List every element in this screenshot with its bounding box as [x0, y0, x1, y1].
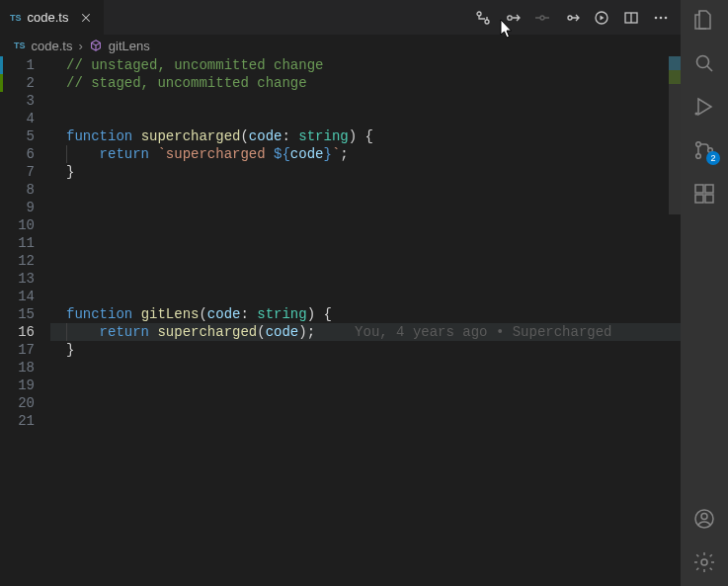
code-line[interactable]: // staged, uncommitted change [50, 74, 681, 92]
svg-point-12 [696, 142, 701, 147]
code-line[interactable] [50, 252, 681, 270]
extensions-icon[interactable] [692, 182, 716, 206]
code-line[interactable]: return supercharged(code);You, 4 years a… [50, 323, 681, 341]
run-icon[interactable] [594, 10, 609, 26]
line-number: 4 [3, 110, 35, 127]
settings-gear-icon[interactable] [692, 550, 716, 574]
line-number: 18 [3, 359, 35, 377]
code-line[interactable] [50, 359, 681, 377]
code-line[interactable]: function gitLens(code: string) { [50, 305, 681, 323]
code-line[interactable] [50, 270, 681, 288]
code-line[interactable]: // unstaged, uncommitted change [50, 56, 681, 74]
code-line[interactable] [50, 92, 681, 110]
line-number: 12 [3, 252, 35, 270]
code-line[interactable]: } [50, 341, 681, 359]
line-number: 13 [3, 270, 35, 288]
code-line[interactable] [50, 394, 681, 412]
svg-point-10 [697, 56, 709, 68]
line-number: 11 [3, 234, 35, 252]
line-number: 21 [3, 412, 35, 430]
line-number: 7 [3, 163, 35, 181]
toggle-file-changes-icon[interactable] [505, 10, 521, 26]
svg-point-21 [701, 559, 707, 565]
svg-point-9 [665, 16, 668, 19]
code-line[interactable] [50, 181, 681, 199]
typescript-icon: TS [10, 13, 22, 23]
line-number: 5 [3, 127, 35, 145]
breadcrumb-file[interactable]: code.ts [32, 39, 73, 53]
code-line[interactable] [50, 216, 681, 234]
line-number: 20 [3, 394, 35, 412]
svg-rect-16 [695, 195, 703, 203]
svg-point-7 [655, 16, 658, 19]
line-number: 17 [3, 341, 35, 359]
code-line[interactable] [50, 234, 681, 252]
line-number: 3 [3, 92, 35, 110]
svg-point-3 [540, 16, 544, 20]
code-line[interactable]: return `supercharged ${code}`; [50, 145, 681, 163]
svg-point-4 [568, 16, 572, 20]
split-editor-icon[interactable] [623, 10, 639, 26]
account-icon[interactable] [692, 507, 716, 531]
text-editor[interactable]: 123456789101112131415161718192021 // uns… [0, 56, 681, 586]
svg-point-8 [660, 16, 663, 19]
line-number: 10 [3, 216, 35, 234]
gitlens-blame-annotation[interactable]: You, 4 years ago • Supercharged [355, 323, 611, 341]
line-number: 8 [3, 181, 35, 199]
svg-point-11 [695, 113, 698, 116]
prev-commit-icon[interactable] [534, 10, 550, 26]
breadcrumb-symbol[interactable]: gitLens [109, 39, 150, 53]
code-line[interactable] [50, 412, 681, 430]
svg-rect-18 [705, 185, 713, 193]
code-line[interactable]: } [50, 163, 681, 181]
line-number: 1 [3, 56, 35, 74]
line-number: 14 [3, 288, 35, 305]
svg-point-13 [696, 154, 701, 159]
line-number: 16 [3, 323, 35, 341]
svg-rect-17 [705, 195, 713, 203]
svg-point-1 [485, 20, 489, 24]
symbol-icon [89, 39, 103, 52]
svg-point-20 [701, 514, 707, 520]
breadcrumb[interactable]: TS code.ts › gitLens [0, 35, 681, 56]
more-icon[interactable] [653, 10, 669, 26]
run-debug-icon[interactable] [692, 95, 716, 119]
tab-bar: TS code.ts [0, 0, 681, 35]
line-number: 9 [3, 199, 35, 216]
code-line[interactable] [50, 377, 681, 394]
editor-pane: TS code.ts [0, 0, 681, 586]
code-content[interactable]: // unstaged, uncommitted change// staged… [50, 56, 681, 586]
line-number: 15 [3, 305, 35, 323]
code-line[interactable] [50, 110, 681, 127]
svg-point-0 [477, 12, 481, 16]
close-icon[interactable] [78, 10, 94, 26]
line-number: 19 [3, 377, 35, 394]
activity-bar: 2 [681, 0, 728, 586]
tab-code-ts[interactable]: TS code.ts [0, 0, 105, 35]
chevron-right-icon: › [78, 39, 82, 53]
line-number: 2 [3, 74, 35, 92]
line-number-gutter: 123456789101112131415161718192021 [3, 56, 50, 586]
tab-filename: code.ts [28, 10, 69, 25]
gitlens-badge: 2 [706, 151, 720, 165]
code-line[interactable]: function supercharged(code: string) { [50, 127, 681, 145]
gitlens-icon[interactable]: 2 [692, 138, 716, 162]
svg-point-2 [508, 15, 512, 19]
compare-changes-icon[interactable] [475, 10, 491, 26]
explorer-icon[interactable] [692, 8, 716, 32]
svg-rect-15 [695, 185, 703, 193]
typescript-icon: TS [14, 41, 26, 50]
next-commit-icon[interactable] [564, 10, 580, 26]
line-number: 6 [3, 145, 35, 163]
code-line[interactable] [50, 288, 681, 305]
editor-toolbar [475, 0, 681, 35]
overview-ruler[interactable] [669, 56, 681, 586]
code-line[interactable] [50, 199, 681, 216]
search-icon[interactable] [692, 51, 716, 75]
